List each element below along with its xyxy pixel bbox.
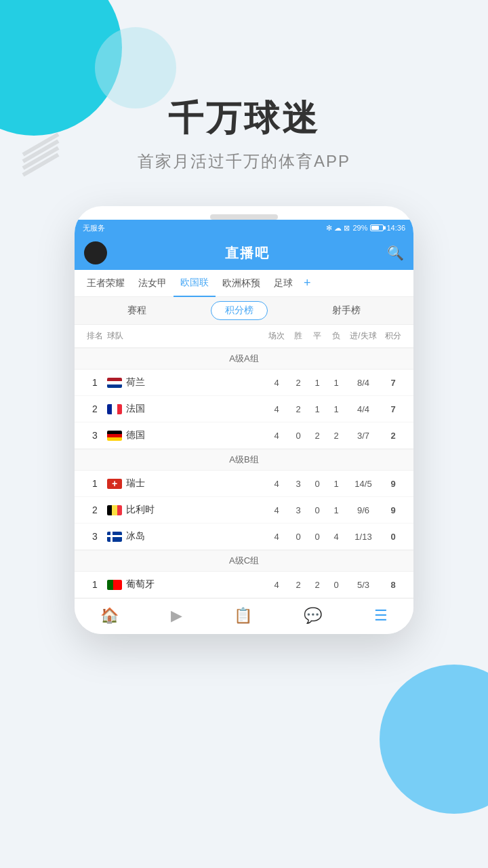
- team-name: 冰岛: [126, 530, 145, 542]
- cell-draw: 1: [308, 404, 327, 414]
- bottom-nav-community[interactable]: 💬: [293, 604, 333, 627]
- cell-gd: 9/6: [346, 505, 381, 515]
- header-played: 场次: [264, 330, 289, 342]
- header-win: 胜: [289, 330, 308, 342]
- cell-draw: 2: [308, 580, 327, 590]
- cell-played: 4: [264, 378, 289, 388]
- cell-win: 0: [289, 532, 308, 542]
- more-icon: ☰: [374, 607, 388, 625]
- header-team: 球队: [107, 330, 264, 342]
- team-name: 比利时: [126, 504, 155, 516]
- team-info: 葡萄牙: [107, 578, 264, 591]
- bottom-nav-news[interactable]: 📋: [223, 604, 263, 627]
- cell-win: 2: [289, 404, 308, 414]
- status-time: 14:36: [386, 224, 405, 232]
- rank: 2: [83, 403, 107, 414]
- cell-gd: 4/4: [346, 404, 381, 414]
- phone-notch: [210, 214, 278, 220]
- table-row[interactable]: 1 荷兰 4 2 1 1 8/4 7: [75, 370, 413, 396]
- cell-win: 2: [289, 580, 308, 590]
- cell-played: 4: [264, 404, 289, 414]
- nav-tab-ouguo[interactable]: 欧国联: [174, 270, 216, 297]
- sub-tab-scorers[interactable]: 射手榜: [319, 302, 374, 319]
- flag-be: [107, 505, 122, 515]
- cell-loss: 4: [327, 532, 346, 542]
- cell-gd: 14/5: [346, 479, 381, 489]
- team-info: 瑞士: [107, 477, 264, 490]
- sub-tab-standings[interactable]: 积分榜: [211, 301, 268, 320]
- table-row[interactable]: 2 比利时 4 3 0 1 9/6 9: [75, 497, 413, 524]
- hero-subtitle: 首家月活过千万的体育APP: [0, 151, 488, 172]
- bg-circle-bottom-right: [380, 665, 488, 814]
- team-info: 冰岛: [107, 530, 264, 542]
- news-icon: 📋: [234, 607, 252, 625]
- group-header-c: A级C组: [75, 550, 413, 572]
- team-name: 法国: [126, 403, 145, 415]
- bottom-nav-live[interactable]: ▶: [160, 604, 193, 627]
- cell-draw: 0: [308, 479, 327, 489]
- cell-loss: 1: [327, 404, 346, 414]
- table-row[interactable]: 2 法国 4 2 1 1 4/4 7: [75, 396, 413, 422]
- rank: 3: [83, 430, 107, 441]
- cell-win: 3: [289, 505, 308, 515]
- header-gd: 进/失球: [346, 330, 381, 342]
- table-row[interactable]: 3 德国 4 0 2 2 3/7 2: [75, 422, 413, 449]
- sub-tab-schedule[interactable]: 赛程: [114, 302, 160, 319]
- hero-section: 千万球迷 首家月活过千万的体育APP: [0, 0, 488, 193]
- rank: 3: [83, 531, 107, 542]
- nav-tab-ouzhou[interactable]: 欧洲杯预: [216, 270, 267, 297]
- table-row[interactable]: 1 瑞士 4 3 0 1 14/5 9: [75, 471, 413, 497]
- search-icon[interactable]: 🔍: [387, 245, 404, 261]
- cell-win: 3: [289, 479, 308, 489]
- app-title: 直播吧: [225, 244, 270, 262]
- team-info: 比利时: [107, 504, 264, 516]
- header-pts: 积分: [381, 330, 405, 342]
- team-info: 荷兰: [107, 376, 264, 389]
- cell-loss: 0: [327, 580, 346, 590]
- nav-tab-wangzhe[interactable]: 王者荣耀: [80, 270, 131, 297]
- bottom-nav-home[interactable]: 🏠: [89, 604, 129, 627]
- cell-pts: 8: [381, 580, 405, 590]
- cell-pts: 0: [381, 532, 405, 542]
- table-row[interactable]: 1 葡萄牙 4 2 2 0 5/3 8: [75, 572, 413, 598]
- bottom-nav-more[interactable]: ☰: [363, 604, 399, 627]
- team-info: 德国: [107, 429, 264, 441]
- group-header-a: A级A组: [75, 348, 413, 370]
- cell-played: 4: [264, 431, 289, 441]
- table-row[interactable]: 3 冰岛 4 0 0 4 1/13 0: [75, 524, 413, 550]
- status-bar: 无服务 ✻ ☁ ⊠ 29% 14:36: [75, 220, 413, 236]
- status-no-service: 无服务: [83, 223, 105, 233]
- rank: 1: [83, 377, 107, 388]
- cell-played: 4: [264, 580, 289, 590]
- nav-tab-zuqiu[interactable]: 足球: [267, 270, 300, 297]
- header-loss: 负: [327, 330, 346, 342]
- team-name: 葡萄牙: [126, 578, 155, 591]
- standings-table: 排名 球队 场次 胜 平 负 进/失球 积分 A级A组 1 荷兰 4 2 1: [75, 325, 413, 598]
- cell-draw: 2: [308, 431, 327, 441]
- cell-loss: 2: [327, 431, 346, 441]
- cell-pts: 9: [381, 479, 405, 489]
- chat-icon: 💬: [304, 607, 322, 625]
- nav-tab-more-icon[interactable]: +: [300, 276, 315, 290]
- cell-loss: 1: [327, 505, 346, 515]
- phone-mockup: 无服务 ✻ ☁ ⊠ 29% 14:36 直播吧 🔍 王者荣耀 法女甲 欧国联 欧…: [75, 206, 413, 634]
- team-info: 法国: [107, 403, 264, 415]
- table-header-row: 排名 球队 场次 胜 平 负 进/失球 积分: [75, 325, 413, 348]
- app-header: 直播吧 🔍: [75, 236, 413, 270]
- flag-fr: [107, 404, 122, 414]
- cell-gd: 1/13: [346, 532, 381, 542]
- cell-pts: 2: [381, 431, 405, 441]
- flag-pt: [107, 580, 122, 590]
- group-header-b: A级B组: [75, 449, 413, 471]
- cell-loss: 1: [327, 378, 346, 388]
- flag-is: [107, 532, 122, 542]
- flag-ch: [107, 479, 122, 489]
- nav-tab-fanvjia[interactable]: 法女甲: [131, 270, 174, 297]
- cell-gd: 8/4: [346, 378, 381, 388]
- cell-draw: 0: [308, 505, 327, 515]
- status-battery-pct: 29%: [352, 224, 367, 232]
- cell-draw: 0: [308, 532, 327, 542]
- battery-icon: [370, 224, 384, 231]
- cell-win: 0: [289, 431, 308, 441]
- cell-gd: 3/7: [346, 431, 381, 441]
